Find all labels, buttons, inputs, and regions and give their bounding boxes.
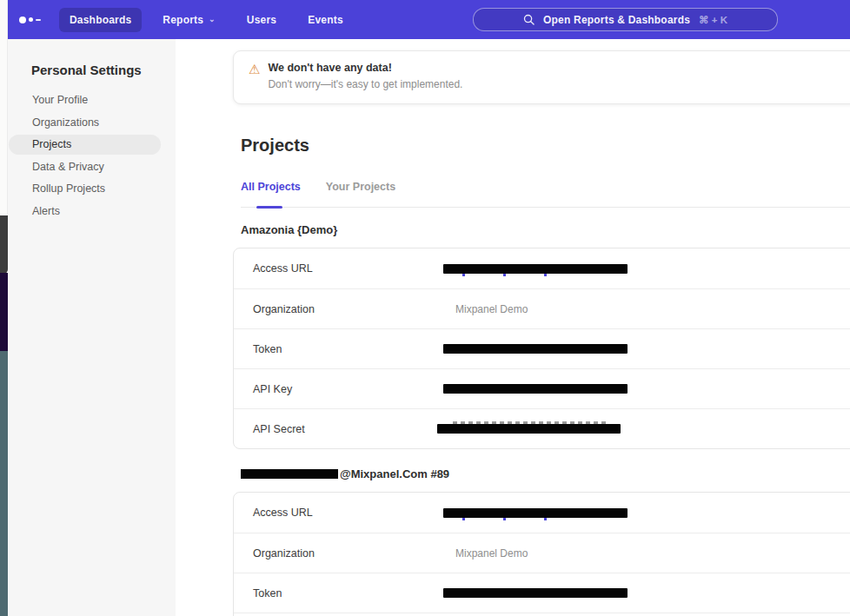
row-label: Token bbox=[253, 343, 443, 355]
logo-dot-small bbox=[29, 17, 33, 22]
main-content: ⚠ We don't have any data! Don't worry—it… bbox=[176, 39, 850, 616]
project-section: @Mixpanel.Com #89Access URLOrganizationM… bbox=[241, 467, 850, 616]
sidebar-title: Personal Settings bbox=[31, 63, 176, 77]
strip-segment-white bbox=[0, 0, 8, 215]
project-name: @Mixpanel.Com #89 bbox=[241, 467, 850, 480]
project-details-card: Access URLOrganizationMixpanel DemoToken… bbox=[233, 248, 850, 449]
tab-all-projects[interactable]: All Projects bbox=[241, 181, 301, 207]
logo-dot-large bbox=[19, 17, 26, 23]
row-label: Access URL bbox=[253, 262, 443, 275]
sidebar-item-organizations[interactable]: Organizations bbox=[9, 113, 161, 133]
table-row: OrganizationMixpanel Demo bbox=[234, 533, 850, 573]
strip-segment-gray bbox=[0, 215, 8, 275]
strip-segment-teal bbox=[0, 351, 8, 616]
redacted-value-bar bbox=[443, 264, 628, 274]
row-value: Mixpanel Demo bbox=[443, 303, 528, 315]
chevron-down-icon: ⌄ bbox=[209, 15, 216, 23]
nav-item-label: Users bbox=[247, 14, 276, 26]
sidebar-item-label: Organizations bbox=[32, 116, 99, 129]
sidebar-item-label: Data & Privacy bbox=[32, 161, 104, 173]
row-value-text: Mixpanel Demo bbox=[455, 303, 528, 315]
row-value: Mixpanel Demo bbox=[443, 547, 528, 560]
tab-label: Your Projects bbox=[326, 181, 395, 193]
redacted-value-bar bbox=[443, 344, 628, 354]
row-value bbox=[443, 508, 628, 518]
row-label: Access URL bbox=[253, 507, 443, 519]
nav-item-reports[interactable]: Reports⌄ bbox=[152, 8, 226, 32]
row-value bbox=[443, 384, 628, 394]
active-tab-underline bbox=[256, 206, 282, 209]
search-icon bbox=[523, 14, 535, 25]
strip-segment-purple bbox=[0, 273, 8, 351]
mixpanel-logo-icon[interactable] bbox=[19, 17, 43, 23]
nav-item-label: Dashboards bbox=[70, 14, 131, 26]
search-shortcut-hint: ⌘ + K bbox=[699, 14, 727, 26]
redaction-bar bbox=[241, 469, 338, 479]
nav-items: DashboardsReports⌄UsersEvents bbox=[59, 8, 354, 32]
row-label: API Secret bbox=[253, 423, 443, 435]
sidebar-item-projects[interactable]: Projects bbox=[9, 135, 161, 155]
table-row-partial bbox=[234, 613, 850, 616]
project-name-text: Amazonia {Demo} bbox=[241, 223, 337, 236]
table-row: API Key bbox=[234, 368, 850, 408]
redacted-value-bar bbox=[443, 384, 628, 394]
nav-item-label: Events bbox=[308, 14, 343, 26]
redacted-value-bar bbox=[443, 588, 628, 598]
row-value bbox=[443, 344, 628, 354]
no-data-banner: ⚠ We don't have any data! Don't worry—it… bbox=[233, 50, 850, 104]
background-window-strip bbox=[0, 0, 8, 616]
redacted-value-bar bbox=[437, 424, 621, 434]
sidebar-item-label: Rollup Projects bbox=[32, 182, 105, 195]
project-section: Amazonia {Demo}Access URLOrganizationMix… bbox=[241, 223, 850, 449]
redacted-value-bar bbox=[443, 508, 628, 518]
row-label: Token bbox=[253, 587, 443, 599]
row-label: API Key bbox=[253, 383, 443, 395]
table-row: OrganizationMixpanel Demo bbox=[234, 288, 850, 328]
nav-item-dashboards[interactable]: Dashboards bbox=[59, 8, 142, 32]
projects-list: Amazonia {Demo}Access URLOrganizationMix… bbox=[233, 223, 850, 616]
projects-tabs: All ProjectsYour Projects bbox=[241, 176, 850, 208]
project-name-text: @Mixpanel.Com #89 bbox=[340, 467, 449, 480]
sidebar-item-label: Alerts bbox=[32, 205, 60, 217]
top-navbar: DashboardsReports⌄UsersEvents Open Repor… bbox=[8, 0, 850, 39]
settings-sidebar: Personal Settings Your ProfileOrganizati… bbox=[8, 39, 176, 616]
row-value bbox=[443, 588, 628, 598]
warning-icon: ⚠ bbox=[249, 63, 260, 103]
logo-dash bbox=[36, 19, 41, 21]
sidebar-item-alerts[interactable]: Alerts bbox=[9, 202, 161, 222]
row-value bbox=[443, 424, 621, 434]
sidebar-item-label: Projects bbox=[32, 138, 71, 150]
row-value-text: Mixpanel Demo bbox=[455, 547, 528, 560]
nav-item-users[interactable]: Users bbox=[236, 8, 287, 32]
tab-your-projects[interactable]: Your Projects bbox=[326, 181, 395, 207]
sidebar-item-your-profile[interactable]: Your Profile bbox=[9, 90, 161, 110]
sidebar-item-label: Your Profile bbox=[32, 94, 88, 106]
tab-label: All Projects bbox=[241, 181, 301, 193]
search-placeholder: Open Reports & Dashboards bbox=[543, 14, 690, 26]
table-row: Token bbox=[234, 328, 850, 368]
table-row: API Secret bbox=[234, 408, 850, 448]
row-label: Organization bbox=[253, 303, 443, 315]
table-row: Token bbox=[234, 573, 850, 613]
sidebar-item-data-privacy[interactable]: Data & Privacy bbox=[9, 157, 161, 177]
project-name: Amazonia {Demo} bbox=[241, 223, 850, 236]
row-value bbox=[443, 264, 628, 274]
banner-title: We don't have any data! bbox=[268, 62, 462, 74]
page-title: Projects bbox=[241, 136, 850, 156]
banner-texts: We don't have any data! Don't worry—it's… bbox=[268, 62, 462, 103]
app-window: DashboardsReports⌄UsersEvents Open Repor… bbox=[8, 0, 850, 616]
sidebar-list: Your ProfileOrganizationsProjectsData & … bbox=[8, 90, 176, 221]
nav-item-label: Reports bbox=[163, 14, 203, 26]
table-row: Access URL bbox=[234, 493, 850, 533]
sidebar-item-rollup-projects[interactable]: Rollup Projects bbox=[9, 179, 161, 199]
banner-subtitle: Don't worry—it's easy to get implemented… bbox=[268, 78, 462, 90]
project-details-card: Access URLOrganizationMixpanel DemoToken bbox=[233, 492, 850, 616]
global-search-button[interactable]: Open Reports & Dashboards ⌘ + K bbox=[473, 8, 778, 31]
nav-item-events[interactable]: Events bbox=[297, 8, 354, 32]
table-row: Access URL bbox=[234, 248, 850, 288]
row-label: Organization bbox=[253, 547, 443, 560]
